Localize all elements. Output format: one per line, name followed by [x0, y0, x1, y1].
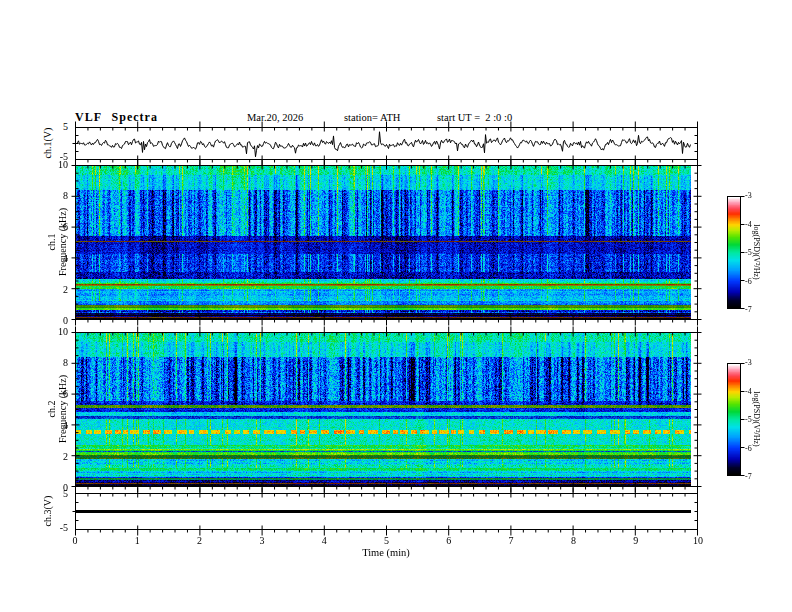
freq-tick-label: 4 [44, 420, 68, 431]
ch2-colorbar [726, 362, 746, 478]
time-axis-title: Time (min) [316, 547, 456, 558]
time-tick-label: 4 [313, 535, 335, 546]
time-tick-label: 6 [438, 535, 460, 546]
ch1-colorbar [726, 195, 746, 311]
time-tick-labels: 0 1 2 3 4 5 6 7 8 9 10 [64, 535, 709, 546]
vlf-spectra-plot: VLF Spectra Mar.20, 2026 station= ATH st… [0, 0, 792, 612]
ch1-wave-tick-top: 5 [44, 121, 68, 133]
time-tick-label: 1 [126, 535, 148, 546]
freq-tick-label: 0 [44, 482, 68, 493]
colorbar-tick-label: -3 [745, 358, 765, 367]
freq-tick-label: 8 [44, 190, 68, 201]
time-tick-label: 3 [251, 535, 273, 546]
freq-tick-label: 10 [44, 159, 68, 170]
ch2-spectrogram-panel [70, 325, 703, 493]
freq-tick-label: 6 [44, 221, 68, 232]
time-tick-label: 9 [625, 535, 647, 546]
time-tick-label: 7 [500, 535, 522, 546]
freq-tick-label: 6 [44, 388, 68, 399]
time-tick-label: 5 [375, 535, 397, 546]
ch2-freq-tick-labels: 10 8 6 4 2 0 [44, 326, 68, 493]
ch2-colorbar-label: log(PSD)(V²/Hz) [752, 391, 761, 446]
ch1-colorbar-label: log(PSD)(V²/Hz) [752, 224, 761, 279]
time-tick-label: 2 [189, 535, 211, 546]
time-tick-label: 10 [687, 535, 709, 546]
freq-tick-label: 4 [44, 253, 68, 264]
freq-tick-label: 0 [44, 315, 68, 326]
freq-tick-label: 2 [44, 284, 68, 295]
freq-tick-label: 10 [44, 326, 68, 337]
time-tick-label: 0 [64, 535, 86, 546]
freq-tick-label: 8 [44, 357, 68, 368]
ch3-wave-tick-bottom: -5 [44, 522, 68, 534]
freq-tick-label: 2 [44, 451, 68, 462]
ch3-waveform-panel [70, 486, 703, 536]
time-tick-label: 8 [562, 535, 584, 546]
colorbar-tick-label: -7 [745, 472, 765, 481]
colorbar-tick-label: -7 [745, 305, 765, 314]
colorbar-tick-label: -3 [745, 191, 765, 200]
ch1-freq-tick-labels: 10 8 6 4 2 0 [44, 159, 68, 326]
ch1-spectrogram-panel [70, 158, 703, 326]
